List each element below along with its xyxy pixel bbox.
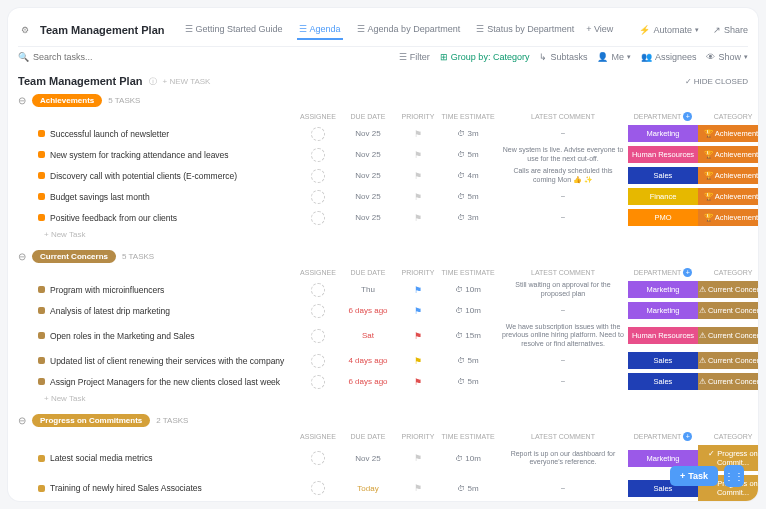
section-badge[interactable]: Current Concerns <box>32 250 116 263</box>
add-view[interactable]: + View <box>584 20 615 40</box>
groupby-button[interactable]: ⊞ Group by: Category <box>440 52 530 62</box>
new-task-row[interactable]: + New Task <box>18 392 748 405</box>
task-row[interactable]: Budget savings last monthNov 25⚑⏱ 5m–Fin… <box>18 186 748 207</box>
status-square[interactable] <box>38 357 45 364</box>
assignee-add[interactable] <box>311 481 325 495</box>
status-square[interactable] <box>38 151 45 158</box>
tab[interactable]: ☰ Agenda <box>297 20 343 40</box>
time-estimate[interactable]: ⏱ 10m <box>438 454 498 463</box>
task-row[interactable]: Analysis of latest drip marketing6 days … <box>18 300 748 321</box>
status-square[interactable] <box>38 307 45 314</box>
tab[interactable]: ☰ Getting Started Guide <box>183 20 285 40</box>
task-row[interactable]: Training of newly hired Sales Associates… <box>18 473 748 501</box>
task-row[interactable]: Discovery call with potential clients (E… <box>18 165 748 186</box>
priority-flag-icon[interactable]: ⚑ <box>414 213 422 223</box>
time-estimate[interactable]: ⏱ 5m <box>438 192 498 201</box>
due-date[interactable]: Nov 25 <box>338 192 398 201</box>
status-square[interactable] <box>38 485 45 492</box>
due-date[interactable]: Nov 25 <box>338 171 398 180</box>
due-date[interactable]: Thu <box>338 285 398 294</box>
hide-closed-toggle[interactable]: ✓ HIDE CLOSED <box>685 77 748 86</box>
category-badge[interactable]: ⚠ Current Concerns <box>698 302 758 319</box>
collapse-icon[interactable]: ⊖ <box>18 415 26 426</box>
assignee-add[interactable] <box>311 190 325 204</box>
task-row[interactable]: Successful launch of newsletterNov 25⚑⏱ … <box>18 123 748 144</box>
filter-button[interactable]: ☰ Filter <box>399 52 430 62</box>
create-task-fab[interactable]: + Task <box>670 466 718 486</box>
status-square[interactable] <box>38 332 45 339</box>
status-square[interactable] <box>38 286 45 293</box>
department-badge[interactable]: Human Resources <box>628 146 698 163</box>
status-square[interactable] <box>38 193 45 200</box>
category-badge[interactable]: 🏆 Achievements <box>698 125 758 142</box>
due-date[interactable]: Nov 25 <box>338 454 398 463</box>
task-row[interactable]: Program with microinfluencersThu⚑⏱ 10mSt… <box>18 279 748 300</box>
info-icon[interactable]: ⓘ <box>149 76 157 87</box>
priority-flag-icon[interactable]: ⚑ <box>414 285 422 295</box>
category-badge[interactable]: 🏆 Achievements <box>698 167 758 184</box>
assignee-add[interactable] <box>311 148 325 162</box>
time-estimate[interactable]: ⏱ 5m <box>438 377 498 386</box>
time-estimate[interactable]: ⏱ 5m <box>438 356 498 365</box>
task-row[interactable]: Open roles in the Marketing and SalesSat… <box>18 321 748 350</box>
collapse-icon[interactable]: ⊖ <box>18 251 26 262</box>
department-badge[interactable]: Sales <box>628 352 698 369</box>
priority-flag-icon[interactable]: ⚑ <box>414 356 422 366</box>
priority-flag-icon[interactable]: ⚑ <box>414 377 422 387</box>
due-date[interactable]: Today <box>338 484 398 493</box>
status-square[interactable] <box>38 455 45 462</box>
status-square[interactable] <box>38 130 45 137</box>
time-estimate[interactable]: ⏱ 5m <box>438 484 498 493</box>
section-badge[interactable]: Progress on Commitments <box>32 414 150 427</box>
task-row[interactable]: Positive feedback from our clientsNov 25… <box>18 207 748 228</box>
time-estimate[interactable]: ⏱ 5m <box>438 150 498 159</box>
department-badge[interactable]: Human Resources <box>628 327 698 344</box>
task-row[interactable]: Latest social media metricsNov 25⚑⏱ 10mR… <box>18 443 748 473</box>
status-square[interactable] <box>38 378 45 385</box>
category-badge[interactable]: ⚠ Current Concerns <box>698 327 758 344</box>
department-badge[interactable]: Marketing <box>628 125 698 142</box>
due-date[interactable]: 6 days ago <box>338 306 398 315</box>
me-button[interactable]: 👤 Me ▾ <box>597 52 631 62</box>
due-date[interactable]: 4 days ago <box>338 356 398 365</box>
department-badge[interactable]: Marketing <box>628 302 698 319</box>
department-badge[interactable]: PMO <box>628 209 698 226</box>
assignee-add[interactable] <box>311 451 325 465</box>
status-square[interactable] <box>38 214 45 221</box>
category-badge[interactable]: ⚠ Current Concerns <box>698 352 758 369</box>
show-button[interactable]: 👁 Show ▾ <box>706 52 748 62</box>
assignees-button[interactable]: 👥 Assignees <box>641 52 697 62</box>
status-square[interactable] <box>38 172 45 179</box>
tab[interactable]: ☰ Status by Department <box>474 20 576 40</box>
settings-icon[interactable]: ⚙ <box>18 23 32 37</box>
new-task-row[interactable]: + New Task <box>18 228 748 241</box>
task-row[interactable]: Updated list of client renewing their se… <box>18 350 748 371</box>
automate-button[interactable]: ⚡ Automate ▾ <box>639 25 699 35</box>
subtasks-button[interactable]: ↳ Subtasks <box>539 52 587 62</box>
assignee-add[interactable] <box>311 329 325 343</box>
task-row[interactable]: New system for tracking attendance and l… <box>18 144 748 165</box>
priority-flag-icon[interactable]: ⚑ <box>414 192 422 202</box>
collapse-icon[interactable]: ⊖ <box>18 95 26 106</box>
department-badge[interactable]: Sales <box>628 373 698 390</box>
due-date[interactable]: 6 days ago <box>338 377 398 386</box>
priority-flag-icon[interactable]: ⚑ <box>414 483 422 493</box>
new-task-link[interactable]: + NEW TASK <box>163 77 211 86</box>
category-badge[interactable]: ⚠ Current Concerns <box>698 373 758 390</box>
category-badge[interactable]: ⚠ Current Concerns <box>698 281 758 298</box>
fab-more[interactable]: ⋮⋮ <box>724 465 744 487</box>
due-date[interactable]: Nov 25 <box>338 150 398 159</box>
assignee-add[interactable] <box>311 304 325 318</box>
tab[interactable]: ☰ Agenda by Department <box>355 20 463 40</box>
priority-flag-icon[interactable]: ⚑ <box>414 171 422 181</box>
time-estimate[interactable]: ⏱ 4m <box>438 171 498 180</box>
priority-flag-icon[interactable]: ⚑ <box>414 306 422 316</box>
priority-flag-icon[interactable]: ⚑ <box>414 331 422 341</box>
time-estimate[interactable]: ⏱ 3m <box>438 129 498 138</box>
task-row[interactable]: Assign Project Managers for the new clie… <box>18 371 748 392</box>
department-badge[interactable]: Marketing <box>628 281 698 298</box>
section-badge[interactable]: Achievements <box>32 94 102 107</box>
assignee-add[interactable] <box>311 283 325 297</box>
priority-flag-icon[interactable]: ⚑ <box>414 150 422 160</box>
share-button[interactable]: ↗ Share <box>713 25 748 35</box>
